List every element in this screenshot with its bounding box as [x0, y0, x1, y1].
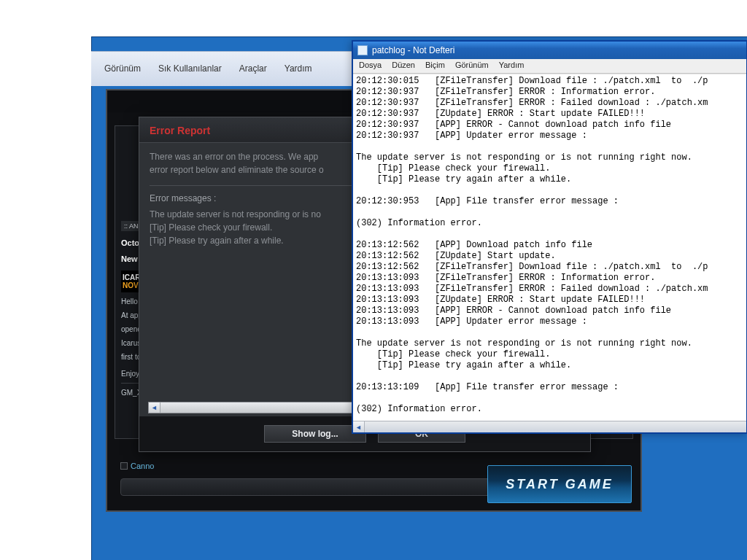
- notepad-horizontal-scrollbar[interactable]: ◄: [353, 421, 746, 432]
- scroll-left-icon[interactable]: ◄: [353, 421, 365, 432]
- notepad-menu-file[interactable]: Dosya: [359, 61, 382, 71]
- browser-menu-help[interactable]: Yardım: [285, 63, 312, 74]
- browser-menu-tools[interactable]: Araçlar: [239, 63, 267, 74]
- start-game-button[interactable]: START GAME: [487, 465, 632, 503]
- notepad-app-icon: [357, 45, 368, 55]
- start-game-label: START GAME: [506, 477, 613, 492]
- browser-menu-fav[interactable]: Sık Kullanılanlar: [158, 63, 222, 74]
- show-log-button[interactable]: Show log...: [264, 425, 366, 443]
- notepad-menu-view[interactable]: Görünüm: [455, 61, 489, 71]
- banner-line1: ICAR: [123, 273, 140, 281]
- banner-line2: NOV: [123, 281, 139, 289]
- notepad-menu-help[interactable]: Yardım: [499, 61, 525, 71]
- notepad-title-text: patchlog - Not Defteri: [372, 45, 454, 55]
- show-log-label: Show log...: [292, 429, 338, 439]
- status-text: Canno: [131, 462, 154, 470]
- status-checkbox-icon[interactable]: [120, 462, 128, 470]
- notepad-menu-format[interactable]: Biçim: [425, 61, 445, 71]
- notepad-window: patchlog - Not Defteri Dosya Düzen Biçim…: [352, 40, 747, 434]
- browser-menu-view[interactable]: Görünüm: [104, 63, 141, 74]
- scroll-left-icon[interactable]: ◄: [149, 402, 160, 413]
- notepad-menubar: Dosya Düzen Biçim Görünüm Yardım: [353, 59, 746, 74]
- notepad-menu-edit[interactable]: Düzen: [392, 61, 415, 71]
- status-row: Canno: [120, 462, 154, 470]
- notepad-text-area[interactable]: 20:12:30:015 [ZFileTransfer] Download fi…: [353, 74, 746, 421]
- notepad-titlebar[interactable]: patchlog - Not Defteri: [353, 42, 746, 59]
